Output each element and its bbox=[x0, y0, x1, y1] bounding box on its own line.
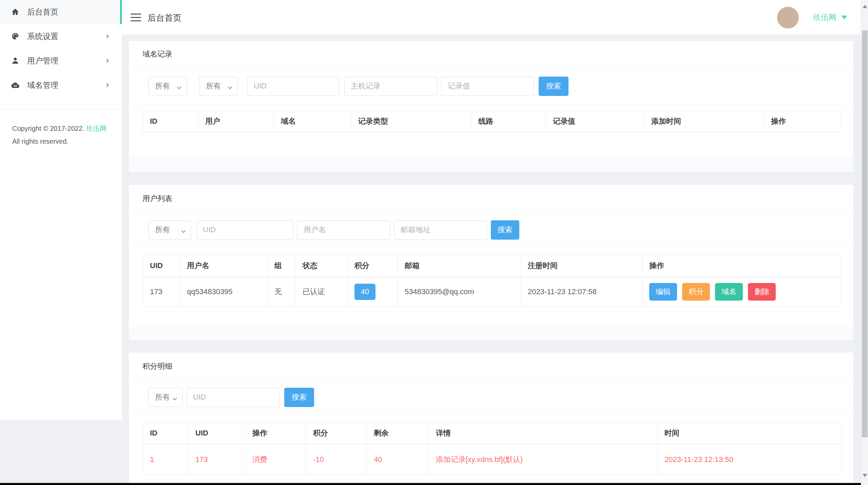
uid-cell: 173 bbox=[143, 277, 180, 307]
search-button[interactable]: 搜索 bbox=[284, 388, 314, 407]
column-header: ID bbox=[143, 422, 189, 444]
chevron-right-icon bbox=[105, 58, 110, 63]
table-header-row: ID UID 操作 积分 剩余 详情 时间 bbox=[143, 422, 842, 444]
column-header: 记录值 bbox=[546, 112, 644, 132]
column-header: 记录类型 bbox=[351, 112, 471, 132]
actions-cell: 编辑 积分 域名 删除 bbox=[642, 277, 841, 307]
column-header: 域名 bbox=[274, 112, 351, 132]
domain-records-card: 域名记录 所有 所有 搜索 ID 用户 域名 记录类型 bbox=[129, 41, 853, 172]
sidebar-item-label: 域名管理 bbox=[27, 80, 58, 90]
chevron-right-icon bbox=[105, 83, 110, 87]
user-list-card: 用户列表 所有 搜索 UID 用户名 组 状态 积分 邮箱 bbox=[129, 185, 853, 341]
table-header-row: ID 用户 域名 记录类型 线路 记录值 添加时间 操作 bbox=[143, 112, 841, 132]
group-cell: 无 bbox=[268, 277, 296, 307]
column-header: 组 bbox=[268, 255, 296, 277]
home-icon bbox=[11, 8, 19, 16]
avatar[interactable] bbox=[777, 7, 799, 28]
column-header: 用户 bbox=[198, 112, 274, 132]
column-header: 添加时间 bbox=[644, 112, 764, 132]
op-cell: 消费 bbox=[246, 444, 306, 475]
detail-cell: 添加记录[xy.xdns.bf](默认) bbox=[429, 444, 658, 475]
caret-down-icon bbox=[841, 16, 847, 19]
domain-line-select[interactable]: 所有 bbox=[199, 77, 238, 96]
table-header-row: UID 用户名 组 状态 积分 邮箱 注册时间 操作 bbox=[143, 255, 841, 277]
email-input[interactable] bbox=[394, 220, 487, 240]
host-record-input[interactable] bbox=[344, 77, 437, 96]
column-header: 状态 bbox=[296, 255, 348, 277]
sidebar-item-system-settings[interactable]: 系统设置 bbox=[0, 24, 122, 48]
sidebar-item-user-management[interactable]: 用户管理 bbox=[0, 48, 122, 73]
sidebar-item-label: 用户管理 bbox=[27, 56, 58, 66]
chevron-down-icon bbox=[177, 85, 182, 91]
domain-records-filter: 所有 所有 搜索 bbox=[129, 67, 853, 105]
scrollbar-thumb[interactable] bbox=[862, 31, 868, 437]
vertical-scrollbar[interactable] bbox=[861, 0, 868, 485]
domain-type-select[interactable]: 所有 bbox=[148, 77, 187, 96]
chevron-down-icon bbox=[228, 85, 233, 91]
sidebar: 后台首页 系统设置 用户管理 域名管理 bbox=[0, 0, 122, 420]
points-cell: -10 bbox=[306, 444, 367, 475]
card-title: 积分明细 bbox=[129, 352, 853, 380]
column-header: 积分 bbox=[306, 422, 367, 444]
chevron-down-icon bbox=[172, 396, 177, 402]
column-header: 操作 bbox=[642, 255, 841, 277]
table-row: 173 qq534830395 无 已认证 40 534830395@qq.co… bbox=[143, 277, 841, 307]
delete-button[interactable]: 删除 bbox=[748, 283, 776, 301]
brand-link[interactable]: 玖伍网 bbox=[86, 125, 107, 132]
cloud-icon bbox=[11, 81, 19, 89]
scroll-down-arrow-icon[interactable] bbox=[863, 474, 867, 477]
edit-button[interactable]: 编辑 bbox=[649, 283, 677, 301]
remain-cell: 40 bbox=[367, 444, 429, 475]
user-group-select[interactable]: 所有 bbox=[148, 220, 191, 240]
time-cell: 2023-11-23 12:13:50 bbox=[658, 444, 842, 475]
scroll-up-arrow-icon[interactable] bbox=[863, 5, 867, 8]
points-cell: 40 bbox=[348, 277, 398, 307]
table-row: 1 173 消费 -10 40 添加记录[xy.xdns.bf](默认) 202… bbox=[143, 444, 842, 475]
card-title: 域名记录 bbox=[129, 41, 853, 67]
search-button[interactable]: 搜索 bbox=[539, 77, 568, 96]
column-header: 注册时间 bbox=[521, 255, 642, 277]
points-detail-filter: 所有 搜索 bbox=[129, 380, 853, 415]
username-cell: qq534830395 bbox=[180, 277, 268, 307]
page-title: 后台首页 bbox=[148, 12, 181, 23]
card-title: 用户列表 bbox=[129, 185, 853, 213]
sidebar-divider bbox=[0, 109, 122, 110]
uid-input[interactable] bbox=[247, 77, 339, 96]
sidebar-item-dashboard[interactable]: 后台首页 bbox=[0, 0, 122, 24]
domain-records-table: ID 用户 域名 记录类型 线路 记录值 添加时间 操作 bbox=[129, 105, 853, 132]
email-cell: 534830395@qq.com bbox=[398, 277, 521, 307]
uid-input[interactable] bbox=[187, 388, 280, 407]
sidebar-item-label: 系统设置 bbox=[27, 31, 58, 42]
copyright-line2: All rights reserved. bbox=[12, 135, 114, 148]
username-input[interactable] bbox=[297, 220, 390, 240]
card-footer bbox=[129, 327, 853, 341]
column-header: 邮箱 bbox=[398, 255, 521, 277]
column-header: UID bbox=[143, 255, 180, 277]
username: 玖伍网 bbox=[813, 12, 836, 23]
column-header: 时间 bbox=[658, 422, 842, 444]
status-cell: 已认证 bbox=[296, 277, 348, 307]
chevron-down-icon bbox=[181, 228, 186, 235]
uid-input[interactable] bbox=[196, 220, 293, 240]
domain-button[interactable]: 域名 bbox=[715, 283, 743, 301]
points-button[interactable]: 积分 bbox=[682, 283, 710, 301]
record-value-input[interactable] bbox=[441, 77, 534, 96]
regtime-cell: 2023-11-23 12:07:58 bbox=[521, 277, 642, 307]
points-type-select[interactable]: 所有 bbox=[148, 388, 182, 407]
column-header: UID bbox=[189, 422, 246, 444]
column-header: 用户名 bbox=[180, 255, 268, 277]
search-button[interactable]: 搜索 bbox=[491, 220, 519, 240]
column-header: 线路 bbox=[471, 112, 546, 132]
chevron-right-icon bbox=[105, 34, 110, 39]
card-footer bbox=[129, 157, 853, 172]
user-menu[interactable]: 玖伍网 bbox=[777, 0, 847, 35]
column-header: 操作 bbox=[764, 112, 841, 132]
sidebar-item-label: 后台首页 bbox=[27, 7, 58, 17]
sidebar-item-domain-management[interactable]: 域名管理 bbox=[0, 73, 122, 97]
menu-toggle-icon[interactable] bbox=[131, 14, 141, 21]
uid-cell: 173 bbox=[189, 444, 246, 475]
points-badge[interactable]: 40 bbox=[354, 284, 375, 300]
bottom-edge-bar bbox=[0, 483, 861, 485]
copyright-line1: Copyright © 2017-2022. 玖伍网 bbox=[12, 122, 114, 135]
column-header: 剩余 bbox=[367, 422, 429, 444]
